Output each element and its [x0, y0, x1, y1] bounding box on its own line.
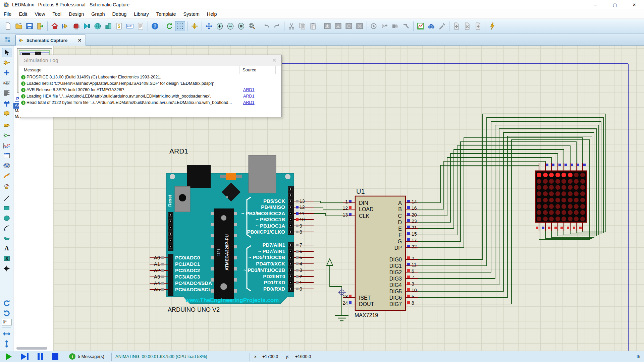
- grid-toggle-button[interactable]: [175, 21, 185, 31]
- play-button[interactable]: [6, 353, 12, 360]
- probe-current-button[interactable]: [2, 181, 11, 190]
- packaging-button[interactable]: [390, 21, 400, 31]
- sheet-add-button[interactable]: [451, 21, 462, 31]
- mirror-v-button[interactable]: [2, 339, 11, 349]
- block-copy-button[interactable]: [322, 21, 332, 31]
- probe-voltage-button[interactable]: [2, 171, 11, 180]
- zoom-area-button[interactable]: [247, 21, 257, 31]
- rotation-angle-field[interactable]: 0°: [2, 319, 12, 325]
- import-button[interactable]: [35, 21, 45, 31]
- source-code-button[interactable]: 0101: [125, 21, 135, 31]
- menu-design[interactable]: Design: [65, 10, 88, 18]
- zoom-out-button[interactable]: [225, 21, 235, 31]
- symbol-2d-button[interactable]: S: [2, 254, 11, 263]
- menu-template[interactable]: Template: [153, 10, 180, 18]
- rotate-ccw-button[interactable]: [2, 308, 11, 317]
- bom-button[interactable]: $: [114, 21, 124, 31]
- marker-2d-button[interactable]: [2, 264, 11, 273]
- search-button[interactable]: [426, 21, 436, 31]
- sheet-remove-button[interactable]: [462, 21, 472, 31]
- selection-button[interactable]: [2, 48, 11, 57]
- pcb-view-button[interactable]: [71, 21, 81, 31]
- messages-count[interactable]: 5 Message(s): [78, 354, 104, 359]
- menu-library[interactable]: Library: [130, 10, 152, 18]
- component-button[interactable]: [2, 58, 11, 67]
- dialog-title-bar[interactable]: Simulation Log ✕: [19, 55, 281, 66]
- maximize-button[interactable]: ▢: [605, 0, 625, 9]
- zoom-in-button[interactable]: [215, 21, 225, 31]
- bus-button[interactable]: [2, 98, 11, 108]
- menu-system[interactable]: System: [180, 10, 203, 18]
- block-rotate-button[interactable]: [344, 21, 354, 31]
- notes-button[interactable]: [136, 21, 146, 31]
- folder-open-button[interactable]: [14, 21, 24, 31]
- menu-tool[interactable]: Tool: [49, 10, 65, 18]
- dialog-close-icon[interactable]: ✕: [270, 57, 278, 63]
- menu-view[interactable]: View: [31, 10, 49, 18]
- gerber-button[interactable]: [93, 21, 103, 31]
- selector-scrollbar[interactable]: [16, 347, 47, 350]
- menu-graph[interactable]: Graph: [88, 10, 108, 18]
- tab-close-icon[interactable]: ✕: [76, 38, 83, 43]
- circle-2d-button[interactable]: [2, 214, 11, 223]
- step-button-bar[interactable]: [27, 353, 29, 360]
- menu-file[interactable]: File: [0, 10, 15, 18]
- messages-icon[interactable]: i: [69, 353, 75, 360]
- junction-button[interactable]: [2, 68, 11, 77]
- tab-schematic-capture[interactable]: Schematic Capture ✕: [15, 35, 86, 46]
- step-button[interactable]: [21, 353, 26, 360]
- log-row[interactable]: iPROSPICE 8.13.00 (Build 31499) (C) Labc…: [19, 74, 281, 80]
- column-divider[interactable]: [239, 66, 239, 74]
- save-button[interactable]: [24, 21, 35, 31]
- cut-button[interactable]: [286, 21, 297, 31]
- pause-button[interactable]: [38, 353, 43, 360]
- device-pin-button[interactable]: [2, 131, 11, 140]
- minimize-button[interactable]: –: [586, 0, 605, 9]
- wire-label-button[interactable]: LBL: [2, 78, 11, 87]
- log-source-link[interactable]: ARD1: [243, 87, 255, 92]
- text-script-button[interactable]: [2, 88, 11, 98]
- undo-button[interactable]: [261, 21, 271, 31]
- viewer-3d-button[interactable]: [82, 21, 92, 31]
- paste-button[interactable]: [308, 21, 318, 31]
- redo-button[interactable]: [272, 21, 282, 31]
- text-2d-button[interactable]: A: [2, 244, 11, 253]
- log-row[interactable]: iLoading HEX file '..\..\Arduino\LEDMatr…: [19, 93, 281, 100]
- log-row[interactable]: iLoaded netlist 'C:\Users\Harshad\AppDat…: [19, 80, 281, 87]
- help-button[interactable]: ?: [150, 21, 160, 31]
- goto-part-button[interactable]: [369, 21, 379, 31]
- active-popup-button[interactable]: [2, 151, 11, 160]
- terminal-button[interactable]: [2, 121, 11, 130]
- make-device-button[interactable]: [380, 21, 390, 31]
- block-move-button[interactable]: [333, 21, 343, 31]
- erc-button[interactable]: [487, 21, 497, 31]
- log-source-link[interactable]: ARD1: [243, 94, 255, 99]
- path-2d-button[interactable]: [2, 234, 11, 243]
- subcircuit-button[interactable]: [2, 108, 11, 118]
- log-source-link[interactable]: ARD1: [243, 100, 255, 105]
- menu-edit[interactable]: Edit: [15, 10, 31, 18]
- refresh-button[interactable]: [164, 21, 174, 31]
- box-2d-button[interactable]: [2, 203, 11, 213]
- rotate-cw-button[interactable]: [2, 298, 11, 307]
- sheet-goto-button[interactable]: [473, 21, 483, 31]
- zoom-full-button[interactable]: [236, 21, 246, 31]
- home-tab[interactable]: [0, 34, 15, 45]
- decompose-button[interactable]: [401, 21, 411, 31]
- menu-help[interactable]: Help: [203, 10, 221, 18]
- log-row[interactable]: iAVR Release 8.3SP0 build 30760 for ATME…: [19, 87, 281, 93]
- block-delete-button[interactable]: [355, 21, 365, 31]
- property-button[interactable]: [437, 21, 447, 31]
- origin-button[interactable]: [190, 21, 200, 31]
- generator-button[interactable]: [2, 161, 11, 170]
- copy-button[interactable]: [297, 21, 307, 31]
- stop-button[interactable]: [52, 353, 58, 360]
- file-new-button[interactable]: [3, 21, 13, 31]
- schematic-view-button[interactable]: [60, 21, 70, 31]
- explorer-button[interactable]: [103, 21, 113, 31]
- pan-button[interactable]: [204, 21, 214, 31]
- graphs-button[interactable]: [416, 21, 426, 31]
- mirror-h-button[interactable]: [2, 329, 11, 339]
- line-2d-button[interactable]: [2, 193, 11, 203]
- log-row[interactable]: iRead total of 2122 bytes from file '..\…: [19, 100, 281, 106]
